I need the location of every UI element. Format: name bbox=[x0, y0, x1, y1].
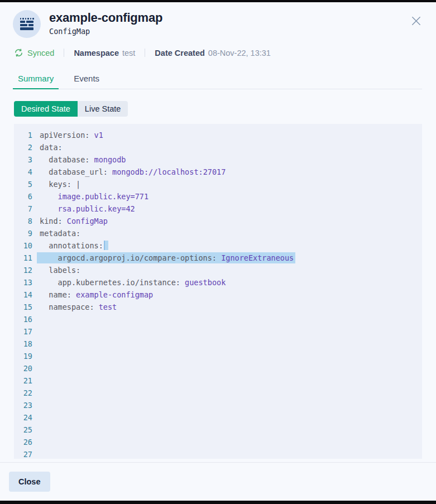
code-line: 19 bbox=[14, 350, 422, 362]
live-state-button[interactable]: Live State bbox=[78, 101, 128, 117]
code-line: 18 bbox=[14, 338, 422, 350]
date-created-value: 08-Nov-22, 13:31 bbox=[208, 49, 271, 57]
screen-edge-top bbox=[0, 0, 436, 2]
line-number: 22 bbox=[14, 387, 32, 399]
code-line: 11 argocd.argoproj.io/compare-options: I… bbox=[14, 252, 422, 264]
close-panel-button[interactable] bbox=[410, 16, 422, 28]
code-line: 26 bbox=[14, 436, 422, 448]
code-line: 21 bbox=[14, 375, 422, 387]
close-button[interactable]: Close bbox=[9, 472, 50, 492]
code-line: 2data: bbox=[14, 141, 422, 153]
namespace-value: test bbox=[122, 49, 135, 57]
state-toggle-row: Desired State Live State bbox=[0, 101, 436, 117]
line-number: 9 bbox=[14, 227, 32, 239]
code-line: 25 bbox=[14, 424, 422, 436]
code-line: 8kind: ConfigMap bbox=[14, 215, 422, 227]
line-number: 21 bbox=[14, 375, 32, 387]
line-number: 18 bbox=[14, 338, 32, 350]
x-icon bbox=[410, 15, 422, 29]
date-created-label: Date Created bbox=[155, 49, 204, 57]
selection-cursor bbox=[104, 241, 108, 250]
page-title: example-configmap bbox=[49, 11, 162, 25]
line-number: 3 bbox=[14, 153, 32, 166]
screen-edge-bottom bbox=[0, 501, 436, 504]
text-selection: argocd.argoproj.io/compare-options: Igno… bbox=[37, 252, 295, 263]
resource-kind-label: ConfigMap bbox=[49, 27, 162, 36]
tab-bar: Summary Events bbox=[13, 71, 422, 89]
line-number: 16 bbox=[14, 313, 32, 325]
code-editor[interactable]: 1apiVersion: v12data:3 database: mongodb… bbox=[14, 124, 422, 459]
code-line: 20 bbox=[14, 362, 422, 375]
code-line: 12 labels: bbox=[14, 264, 422, 276]
circular-arrows-icon bbox=[14, 48, 23, 57]
line-number: 4 bbox=[14, 166, 32, 178]
line-number: 27 bbox=[14, 448, 32, 459]
line-number: 2 bbox=[14, 141, 32, 153]
line-number: 15 bbox=[14, 301, 32, 313]
code-line: 1apiVersion: v1 bbox=[14, 129, 422, 141]
sync-status: Synced bbox=[14, 48, 54, 57]
namespace-label: Namespace bbox=[74, 49, 119, 57]
tab-summary[interactable]: Summary bbox=[13, 71, 59, 89]
code-line: 5 keys: | bbox=[14, 178, 422, 190]
code-line: 6 image.public.key=771 bbox=[14, 190, 422, 203]
state-toggle: Desired State Live State bbox=[14, 101, 128, 117]
line-number: 19 bbox=[14, 350, 32, 362]
code-line: 10 annotations: bbox=[14, 239, 422, 252]
sync-status-label: Synced bbox=[27, 49, 54, 57]
code-line: 17 bbox=[14, 325, 422, 338]
code-line: 9metadata: bbox=[14, 227, 422, 239]
code-line: 16 bbox=[14, 313, 422, 325]
line-number: 6 bbox=[14, 190, 32, 203]
line-number: 11 bbox=[14, 252, 32, 264]
code-line: 14 name: example-configmap bbox=[14, 289, 422, 301]
desired-state-button[interactable]: Desired State bbox=[14, 101, 78, 117]
line-number: 1 bbox=[14, 129, 32, 141]
code-line: 15 namespace: test bbox=[14, 301, 422, 313]
resource-avatar bbox=[13, 10, 41, 38]
code-line: 22 bbox=[14, 387, 422, 399]
line-number: 7 bbox=[14, 203, 32, 215]
code-line: 27 bbox=[14, 448, 422, 459]
code-line: 3 database: mongodb bbox=[14, 153, 422, 166]
line-number: 24 bbox=[14, 411, 32, 424]
line-number: 25 bbox=[14, 424, 32, 436]
line-number: 8 bbox=[14, 215, 32, 227]
line-number: 23 bbox=[14, 399, 32, 411]
divider bbox=[145, 49, 145, 57]
line-number: 14 bbox=[14, 289, 32, 301]
line-number: 20 bbox=[14, 362, 32, 375]
line-number: 26 bbox=[14, 436, 32, 448]
code-line: 7 rsa.public.key=42 bbox=[14, 203, 422, 215]
code-line: 4 database_url: mongodb://localhost:2701… bbox=[14, 166, 422, 178]
configmap-icon bbox=[20, 18, 34, 30]
title-block: example-configmap ConfigMap bbox=[49, 10, 162, 36]
code-line: 23 bbox=[14, 399, 422, 411]
line-number: 12 bbox=[14, 264, 32, 276]
code-line: 13 app.kubernetes.io/instance: guestbook bbox=[14, 276, 422, 289]
line-number: 17 bbox=[14, 325, 32, 338]
line-number: 10 bbox=[14, 239, 32, 252]
panel-footer: Close bbox=[0, 462, 436, 501]
divider bbox=[64, 49, 64, 57]
line-number: 5 bbox=[14, 178, 32, 190]
code-line: 24 bbox=[14, 411, 422, 424]
panel-header: example-configmap ConfigMap bbox=[0, 0, 436, 38]
tab-events[interactable]: Events bbox=[69, 71, 104, 89]
status-row: Synced Namespace test Date Created 08-No… bbox=[0, 48, 436, 57]
line-number: 13 bbox=[14, 276, 32, 289]
